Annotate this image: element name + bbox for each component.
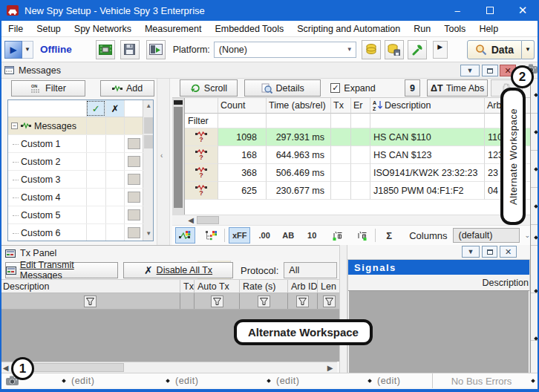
tx-column-len[interactable]: Len — [318, 280, 340, 293]
signals-dropdown-button[interactable]: ▼ — [462, 246, 480, 258]
tree-scrollbar-top[interactable]: ▲ — [143, 100, 153, 117]
color-picker-button[interactable] — [128, 227, 140, 238]
maximize-button[interactable] — [474, 0, 506, 21]
tree-item-custom-3[interactable]: Custom 3 — [8, 171, 153, 189]
message-row[interactable]: ? 168 644.963 ms HS CAN $123 123 — [185, 146, 530, 164]
tx-column-rate[interactable]: Rate (s) — [240, 280, 288, 293]
filter-funnel-button[interactable] — [84, 295, 97, 307]
data-button[interactable]: Data — [467, 40, 522, 59]
tree-scrollbar-track[interactable] — [143, 206, 153, 223]
scrollbar-thumb[interactable] — [197, 216, 219, 224]
check-all-icon[interactable]: ✓ — [86, 100, 105, 117]
filter-cell[interactable] — [331, 114, 351, 128]
scrollbar-thumb[interactable] — [24, 363, 124, 372]
panel-splitter[interactable]: ‹ — [157, 79, 170, 245]
filter-cell[interactable] — [267, 114, 331, 128]
tx-horizontal-scrollbar[interactable]: ◀ ▶ — [0, 362, 337, 373]
tx-signals-splitter[interactable] — [339, 245, 347, 373]
tree-collapse-icon[interactable]: − — [11, 122, 18, 129]
static-view-button[interactable] — [175, 227, 195, 244]
expand-checkbox[interactable]: ✓ Expand — [330, 83, 375, 94]
data-dropdown-button[interactable]: ▼ — [522, 40, 535, 59]
messages-restore-button[interactable] — [482, 65, 498, 76]
menu-item-spy-networks[interactable]: Spy Networks — [68, 22, 138, 36]
filter-funnel-button[interactable] — [323, 295, 336, 307]
scroll-left-icon[interactable]: ◀ — [1, 363, 10, 372]
play-button[interactable]: ▶ — [4, 41, 22, 59]
menu-item-tools[interactable]: Tools — [437, 22, 472, 36]
disable-all-tx-button[interactable]: ✗ Disable All Tx — [123, 262, 233, 278]
platform-select[interactable]: (None) ▼ — [214, 42, 356, 58]
message-row[interactable]: ? 368 506.469 ms ISO9141/KW2K 23:32:23 2… — [185, 164, 530, 182]
edit-transmit-messages-button[interactable]: Edit Transmit Messages — [5, 262, 118, 278]
scrollbar-thumb[interactable] — [174, 107, 183, 208]
digit-display-button[interactable]: 9 — [405, 79, 420, 97]
column-header-tx[interactable]: Tx — [331, 98, 351, 114]
filter-funnel-button[interactable] — [211, 295, 223, 307]
menu-item-measurement[interactable]: Measurement — [138, 22, 208, 36]
protocol-select[interactable]: All — [284, 262, 337, 278]
close-button[interactable]: ✕ — [506, 0, 539, 21]
time-abs-button[interactable]: ΔT Time Abs — [427, 79, 488, 97]
tx-column-description[interactable]: Description — [0, 280, 180, 293]
signals-restore-button[interactable] — [482, 246, 497, 258]
color-picker-button[interactable] — [128, 174, 140, 185]
messages-horizontal-scrollbar[interactable]: ◀ — [172, 215, 530, 225]
ascii-display-button[interactable]: AB — [278, 227, 298, 244]
menu-item-scripting[interactable]: Scripting and Automation — [290, 22, 407, 36]
messages-vertical-scrollbar[interactable] — [172, 98, 185, 215]
tree-scrollbar-track[interactable] — [143, 153, 153, 170]
column-header-time[interactable]: Time (abs/rel) — [267, 98, 331, 114]
status-edit-2[interactable]: (edit) — [175, 376, 198, 386]
word-display-button-1[interactable] — [327, 227, 347, 244]
status-edit-3[interactable]: (edit) — [276, 376, 299, 386]
tx-column-arb-id[interactable]: Arb ID — [288, 280, 318, 293]
scroll-button[interactable]: Scroll — [180, 79, 238, 97]
tree-item-custom-5[interactable]: Custom 5 — [8, 206, 153, 224]
status-edit-4[interactable]: (edit) — [377, 376, 400, 386]
menu-item-embedded-tools[interactable]: Embedded Tools — [208, 22, 290, 36]
tree-item-custom-2[interactable]: Custom 2 — [8, 153, 153, 171]
tree-item-custom-6[interactable]: Custom 6 ▼ — [8, 224, 153, 241]
collapse-left-icon[interactable]: ‹ — [160, 151, 163, 160]
column-header-count[interactable]: Count — [218, 98, 267, 114]
signals-column-description[interactable]: Description — [348, 275, 529, 291]
tree-item-custom-1[interactable]: Custom 1 — [8, 135, 153, 153]
filter-cell[interactable] — [370, 114, 485, 128]
add-button[interactable]: Add — [100, 80, 154, 97]
menu-item-help[interactable]: Help — [472, 22, 505, 36]
tree-scrollbar-track[interactable] — [143, 171, 153, 188]
alternate-workspace-button-callout[interactable]: Alternate Workspace — [234, 319, 373, 345]
tree-scrollbar-thumb[interactable] — [143, 135, 153, 152]
details-button[interactable]: Details — [244, 79, 321, 97]
tree-item-custom-4[interactable]: Custom 4 — [8, 189, 153, 206]
hardware-setup-button[interactable] — [96, 40, 115, 59]
tx-column-tx[interactable]: Tx — [180, 280, 195, 293]
database-button[interactable] — [362, 40, 381, 59]
filter-funnel-button[interactable] — [296, 295, 309, 307]
scroll-right-icon[interactable]: ▶ — [325, 363, 335, 372]
signals-close-button[interactable]: ✕ — [500, 246, 517, 258]
color-picker-button[interactable] — [128, 156, 140, 167]
sum-button[interactable]: Σ — [379, 227, 399, 244]
filter-funnel-button[interactable] — [258, 295, 270, 307]
filter-button[interactable]: ON Filter — [11, 80, 85, 97]
save-database-button[interactable] — [385, 40, 404, 59]
alternate-workspace-tab-callout[interactable]: Alternate Workspace — [500, 88, 526, 225]
play-dropdown-button[interactable]: ▼ — [22, 41, 33, 59]
menu-item-run[interactable]: Run — [407, 22, 437, 36]
chevron-down-icon[interactable]: ⌄ — [524, 232, 530, 239]
filter-cell[interactable] — [351, 114, 370, 128]
menu-item-file[interactable]: File — [1, 22, 30, 36]
tx-column-auto-tx[interactable]: Auto Tx — [195, 280, 240, 293]
columns-select[interactable]: (default) — [453, 228, 520, 243]
color-picker-button[interactable] — [128, 192, 140, 203]
tree-item-messages[interactable]: − Messages — [8, 117, 153, 135]
scroll-left-icon[interactable]: ◀ — [186, 215, 196, 225]
platform-setup-button[interactable] — [146, 40, 166, 59]
tree-scrollbar-track[interactable] — [143, 189, 153, 206]
message-row[interactable]: ? 625 230.677 ms J1850 PWM 04:F1:F2 04 F — [185, 182, 530, 200]
tree-view-button[interactable] — [201, 227, 221, 244]
hex-display-button[interactable]: xFF — [229, 227, 250, 244]
sidebar-toggle-button[interactable]: ▶ — [433, 41, 448, 59]
